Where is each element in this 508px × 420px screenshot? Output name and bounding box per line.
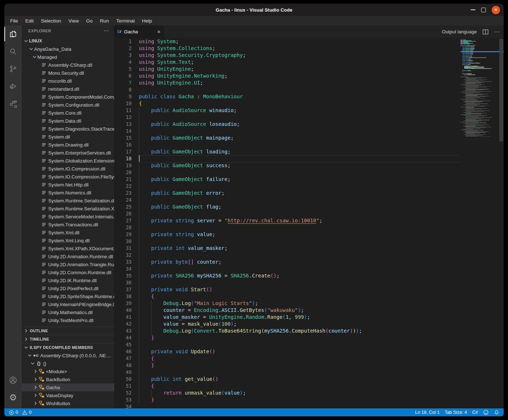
code-line[interactable]: 28 xyxy=(114,224,504,231)
code-line[interactable]: 34 xyxy=(114,265,504,272)
code-line[interactable]: 18 xyxy=(114,155,504,162)
code-line[interactable]: 17 public GameObject loading; xyxy=(114,148,504,155)
code-line[interactable]: 9public class Gacha : MonoBehaviour xyxy=(114,93,504,100)
code-line[interactable]: 12 xyxy=(114,114,504,121)
menu-selection[interactable]: Selection xyxy=(37,16,65,25)
feedback-icon[interactable] xyxy=(483,408,489,416)
tree-item-system-xml-dll[interactable]: System.Xml.dll xyxy=(22,228,114,236)
tree-item-system-diagnostics-stacktrace-dll[interactable]: System.Diagnostics.StackTrace.dll xyxy=(22,125,114,133)
tree-item-unity-2d-pixelperfect-dll[interactable]: Unity.2D.PixelPerfect.dll xyxy=(22,284,114,292)
tree-item-system-servicemodel-internals-dll[interactable]: System.ServiceModel.Internals.dll xyxy=(22,213,114,221)
code-line[interactable]: 42 value = mask_value(100); xyxy=(114,321,504,328)
language-mode[interactable]: C# xyxy=(472,408,478,416)
tab-close-icon[interactable]: ✕ xyxy=(157,29,161,34)
code-line[interactable]: 19 public GameObject success; xyxy=(114,162,504,169)
editor-body[interactable]: 1using System;2using System.Collections;… xyxy=(114,38,504,408)
tree-item-unity-2d-common-runtime-dll[interactable]: Unity.2D.Common.Runtime.dll xyxy=(22,268,114,276)
close-icon[interactable]: ✕ xyxy=(492,6,500,14)
settings-gear-icon[interactable]: ⚙ xyxy=(4,389,22,406)
tree-item-gacha[interactable]: Gacha xyxy=(22,383,114,391)
split-editor-icon[interactable] xyxy=(483,29,488,34)
more-actions-icon[interactable]: ⋯ xyxy=(494,29,500,35)
code-line[interactable]: 50 public int get_value() xyxy=(114,376,504,383)
code-line[interactable]: 8 xyxy=(114,86,504,93)
code-line[interactable]: 20 xyxy=(114,169,504,176)
code-line[interactable]: 30 xyxy=(114,238,504,245)
code-line[interactable]: 46 private void Update() xyxy=(114,348,504,355)
tree-item-unity-textmeshpro-dll[interactable]: Unity.TextMeshPro.dll xyxy=(22,316,114,324)
tree-item-mono-security-dll[interactable]: Mono.Security.dll xyxy=(22,69,114,77)
section-timeline[interactable]: TIMELINE xyxy=(22,335,114,343)
tree-item-system-data-dll[interactable]: System.Data.dll xyxy=(22,117,114,125)
tree-item-system-transactions-dll[interactable]: System.Transactions.dll xyxy=(22,221,114,228)
code-line[interactable]: 37 private void Start() xyxy=(114,286,504,293)
account-icon[interactable] xyxy=(4,371,22,389)
code-line[interactable]: 25 public GameObject flag; xyxy=(114,203,504,210)
menu-run[interactable]: Run xyxy=(96,16,113,25)
code-line[interactable]: 5using UnityEngine; xyxy=(114,66,504,73)
code-line[interactable]: 13 public AudioSource loseaudio; xyxy=(114,121,504,128)
code-line[interactable]: 48 } xyxy=(114,362,504,369)
code-line[interactable]: 52 return unmask_value(value); xyxy=(114,390,504,396)
code-line[interactable]: 27 private string server = "http://rev.c… xyxy=(114,217,504,224)
code-line[interactable]: 7using UnityEngine.UI; xyxy=(114,79,504,86)
code-line[interactable]: 2using System.Collections; xyxy=(114,45,504,52)
tree-item-anyagacha-data[interactable]: AnyaGacha_Data xyxy=(22,45,114,53)
code-line[interactable]: 1using System; xyxy=(114,38,504,45)
tree-item-system-io-compression-filesyst[interactable]: System.IO.Compression.FileSyst… xyxy=(22,173,114,181)
tree-item-system-dll[interactable]: System.dll xyxy=(22,133,114,141)
tree-item-assembly-csharp-0-0-0-0-ne[interactable]: Assembly-CSharp (0.0.0.0, .NE… xyxy=(22,351,114,359)
code-line[interactable]: 54 xyxy=(114,403,504,408)
tree-item-system-xml-xpath-xdocument-dll[interactable]: System.Xml.XPath.XDocument.dll xyxy=(22,244,114,252)
tree-item-system-configuration-dll[interactable]: System.Configuration.dll xyxy=(22,101,114,109)
tree-item-unity-internalapienginebridge-0[interactable]: Unity.InternalAPIEngineBridge.0… xyxy=(22,300,114,308)
explorer-more-icon[interactable]: ⋯ xyxy=(103,28,109,34)
tree-item-mscorlib-dll[interactable]: mscorlib.dll xyxy=(22,77,114,85)
code-line[interactable]: 32 xyxy=(114,252,504,259)
extensions-icon[interactable] xyxy=(4,95,22,112)
section-outline[interactable]: OUTLINE xyxy=(22,326,114,335)
search-icon[interactable] xyxy=(4,43,22,60)
tree-item-system-globalization-extensions[interactable]: System.Globalization.Extensions… xyxy=(22,157,114,165)
tree-item-unity-2d-animation-triangle-run[interactable]: Unity.2D.Animation.Triangle.Run… xyxy=(22,260,114,268)
code-line[interactable]: 22 xyxy=(114,183,504,190)
tree-item-system-enterpriseservices-dll[interactable]: System.EnterpriseServices.dll xyxy=(22,149,114,157)
tab-gacha[interactable]: C# Gacha ✕ xyxy=(114,25,164,38)
tree-item-system-xml-linq-dll[interactable]: System.Xml.Linq.dll xyxy=(22,236,114,244)
run-and-debug-icon[interactable] xyxy=(4,78,22,95)
tree-item-system-numerics-dll[interactable]: System.Numerics.dll xyxy=(22,189,114,197)
code-line[interactable]: 31 private int value_masker; xyxy=(114,245,504,252)
cursor-position[interactable]: Ln 18, Col 1 xyxy=(415,408,439,416)
code-line[interactable]: 10{ xyxy=(114,100,504,107)
code-line[interactable]: 23 public GameObject error; xyxy=(114,190,504,197)
code-line[interactable]: 16 xyxy=(114,141,504,148)
tree-item-assembly-csharp-dll[interactable]: Assembly-CSharp.dll xyxy=(22,61,114,69)
code-line[interactable]: 11 public AudioSource winaudio; xyxy=(114,107,504,114)
code-line[interactable]: 39 Debug.Log("Main Logic Starts"); xyxy=(114,300,504,307)
minimap[interactable] xyxy=(460,40,499,137)
minimize-icon[interactable] xyxy=(471,9,475,10)
tree-item-backbutton[interactable]: BackButton xyxy=(22,375,114,383)
tree-item-system-componentmodel-comp[interactable]: System.ComponentModel.Comp… xyxy=(22,93,114,101)
tree-item-module[interactable]: <Module> xyxy=(22,367,114,375)
menu-file[interactable]: File xyxy=(7,16,22,25)
code-line[interactable]: 43 Debug.Log(Convert.ToBase64String(mySH… xyxy=(114,328,504,334)
tree-item-system-runtime-serialization-x[interactable]: System.Runtime.Serialization.X… xyxy=(22,205,114,213)
sidebar-item-linux-root[interactable]: LINUX xyxy=(22,37,114,45)
code-line[interactable]: 26 xyxy=(114,210,504,217)
menu-view[interactable]: View xyxy=(65,16,83,25)
code-line[interactable]: 21 public GameObject failure; xyxy=(114,176,504,183)
titlebar[interactable]: Gacha - linux - Visual Studio Code ✕ xyxy=(4,4,504,16)
maximize-icon[interactable] xyxy=(481,8,486,12)
code-line[interactable]: 15 public GameObject mainpage; xyxy=(114,135,504,141)
notifications-bell-icon[interactable] xyxy=(494,408,499,416)
menu-edit[interactable]: Edit xyxy=(22,16,37,25)
code-line[interactable]: 33 private byte[] counter; xyxy=(114,259,504,265)
code-line[interactable]: 45 xyxy=(114,341,504,348)
explorer-icon[interactable] xyxy=(4,25,22,43)
section-ilspy-decompiled-members[interactable]: ILSPY DECOMPILED MEMBERS xyxy=(22,343,114,351)
code-line[interactable]: 35 private SHA256 mySHA256 = SHA256.Crea… xyxy=(114,272,504,279)
tree-item-wishbutton[interactable]: WishButton xyxy=(22,399,114,407)
tree-item-managed[interactable]: Managed xyxy=(22,53,114,61)
tree-item-unity-2d-animation-runtime-dll[interactable]: Unity.2D.Animation.Runtime.dll xyxy=(22,252,114,260)
